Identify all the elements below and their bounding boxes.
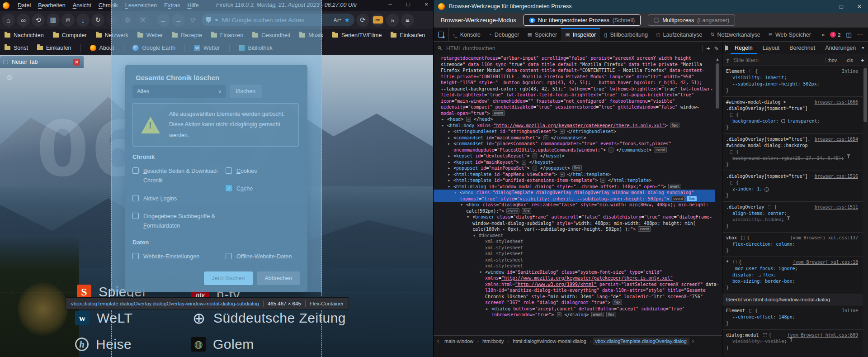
tab-inspektor[interactable]: ▣Inspektor <box>561 28 600 41</box>
markup-line[interactable]: ▶<keyset id="devtoolsKeyset"> ⋯ </keyset… <box>434 153 715 159</box>
expand-arrow-icon[interactable]: ▼ <box>461 202 462 209</box>
css-declaration[interactable]: visibility: inherit; <box>726 75 859 81</box>
history-icon[interactable]: ↻ <box>91 14 104 27</box>
zip-addon-icon[interactable]: ZIP <box>371 14 384 27</box>
tab-web-speicher[interactable]: ⊟Web-Speicher <box>764 28 815 41</box>
scrollbar-thumb[interactable] <box>863 68 867 122</box>
markup-line[interactable]: ▶<popupset id="mainPopupSet"> ⋯ </popups… <box>434 165 715 171</box>
sidebar-tab-änderungen[interactable]: Änderungen <box>821 43 860 53</box>
scroll-up-icon[interactable]: ▲ <box>715 57 720 62</box>
markup-line[interactable]: ▼<window id="SanitizeDialog" class="syst… <box>434 269 715 276</box>
collapsed-arrow-icon[interactable]: ▶ <box>442 117 443 123</box>
eyedropper-icon[interactable]: ✐ <box>713 46 719 50</box>
home-icon[interactable]: ⌂ <box>2 14 15 27</box>
sidebar-icon[interactable]: ▥ <box>47 14 60 27</box>
breadcrumb-item[interactable]: html:body <box>480 338 507 345</box>
sidebar-tab-regeln[interactable]: Regeln <box>731 43 757 53</box>
css-declaration[interactable]: visibility: visible; <box>726 338 859 345</box>
markup-line[interactable]: ▶<commandset id="mainCommandSet"> ⋯ </co… <box>434 135 715 141</box>
breadcrumb-item[interactable]: html:dialog#window-modal-dialog <box>510 338 589 345</box>
collapsed-arrow-icon[interactable]: ▶ <box>448 135 450 142</box>
bookmark-einkaufen[interactable]: Einkaufen <box>37 45 71 51</box>
stylesheet-link[interactable]: browser.css:1516 <box>815 173 858 180</box>
css-declaration[interactable]: z-index: 1;i <box>726 186 859 192</box>
expand-arrow-icon[interactable]: ▼ <box>480 270 481 276</box>
highlighter-toggle-icon[interactable] <box>750 70 753 73</box>
private-mask-icon[interactable]: ∞ <box>17 14 30 27</box>
markup-line[interactable]: ▶<html:template id="appMenu-viewCache"> … <box>434 171 715 178</box>
markup-line[interactable]: field-brighttext="true" lwt-toolbar-fiel… <box>434 92 715 98</box>
markup-line[interactable]: title-private="CONTENTTITLE - Mozilla Fi… <box>434 74 715 80</box>
stylesheet-link[interactable]: (vom Browser) xul.css:137 <box>790 235 858 241</box>
highlighter-toggle-icon[interactable] <box>750 309 753 313</box>
sidebar-dropdown-icon[interactable]: ▾ <box>862 45 866 50</box>
breadcrumb-item[interactable]: vbox.dialogTemplate.dialogOverlay.dialog <box>593 338 689 345</box>
error-count-badge[interactable]: !2 <box>830 32 840 38</box>
css-declaration[interactable]: visibility: hidden; <box>726 217 859 223</box>
split-console-icon[interactable]: ◫ <box>846 31 851 38</box>
breadcrumb-back-icon[interactable]: ‹ <box>435 338 441 344</box>
expand-arrow-icon[interactable]: ▼ <box>448 184 450 190</box>
rules-scrollbar[interactable] <box>863 66 868 357</box>
highlighter-toggle-icon[interactable] <box>731 150 734 154</box>
download-icon[interactable]: ↓ <box>76 14 90 27</box>
markup-line[interactable]: xml-stylesheet <box>434 257 715 263</box>
css-declaration[interactable]: --chrome-offset: 148px; <box>726 314 859 320</box>
stylesheet-link[interactable]: browser.css:1511 <box>815 204 858 210</box>
tab-stilbearbeitung[interactable]: {}Stilbearbeitung <box>600 28 652 41</box>
filter-funnel-icon[interactable] <box>789 338 793 345</box>
hover-pseudo-toggle[interactable]: :hov <box>825 57 840 63</box>
collapsed-arrow-icon[interactable]: ▶ <box>448 153 450 160</box>
flex-toggle-icon[interactable] <box>757 273 761 277</box>
add-rule-button[interactable]: + <box>859 57 864 64</box>
markup-line[interactable]: height="1159" style="--button-bgcolor: r… <box>434 80 715 86</box>
menu-bearbeiten[interactable]: Bearbeiten <box>34 1 69 10</box>
translate-icon[interactable]: A⇄ <box>334 17 341 23</box>
css-declaration[interactable]: box-sizing: border-box; <box>726 278 859 285</box>
markup-line[interactable]: ▶<html:template id="unified-extensions-i… <box>434 177 715 184</box>
collapsed-arrow-icon[interactable]: ▶ <box>448 166 450 172</box>
markup-line[interactable]: xml-stylesheet <box>434 245 715 251</box>
shortcut-s-ddeutsche-zeitung[interactable]: ⊕Süddeutsche Zeitung <box>192 310 346 326</box>
markup-scrollbar[interactable]: ▲ <box>715 57 720 346</box>
sidebar-toggle-icon[interactable] <box>725 45 726 51</box>
markup-line[interactable]: screenY="367" role="dialog" dialogroot="… <box>434 300 715 306</box>
bookmark-sonst[interactable]: Sonst <box>5 45 28 51</box>
markup-line[interactable]: ▼<html:body xmlns="http://www.mozilla.or… <box>434 123 715 129</box>
overflow-chevron-icon[interactable]: » <box>386 14 399 27</box>
sidebar-tab-berechnet[interactable]: Berechnet <box>785 43 819 53</box>
stylesheet-link[interactable]: (vom Browser) html.css:809 <box>787 332 858 338</box>
element-picker-button[interactable] <box>434 28 449 41</box>
bookmark-einkaufen[interactable]: Einkaufen <box>391 32 425 38</box>
add-node-button[interactable]: + <box>706 44 710 52</box>
maximize-button[interactable]: □ <box>837 3 845 10</box>
tab-netzwerkanalyse[interactable]: ⇅Netzwerkanalyse <box>706 28 764 41</box>
event-badge[interactable]: event <box>672 196 685 201</box>
markup-line[interactable]: modal-open="true">event <box>434 110 715 117</box>
markup-line[interactable]: ▼<browser class="dialogFrame" autoscroll… <box>434 214 715 220</box>
filter-funnel-icon[interactable] <box>847 155 850 162</box>
event-badge[interactable]: event <box>668 184 681 189</box>
bookmark-serien-tv-filme[interactable]: Serien/TV/Filme <box>332 32 382 38</box>
collapsed-arrow-icon[interactable]: ▶ <box>448 160 450 166</box>
filter-funnel-icon[interactable] <box>787 217 790 223</box>
markup-line[interactable]: ▼#document <box>434 233 715 239</box>
close-button[interactable]: × <box>422 1 430 8</box>
collapsed-arrow-icon[interactable]: ▶ <box>448 129 450 135</box>
flex-badge[interactable]: flex <box>687 196 696 201</box>
event-badge[interactable]: event <box>654 147 667 152</box>
event-badge[interactable]: event <box>492 110 505 116</box>
markup-line[interactable]: --tabpanel-background-color: rgb(43, 42,… <box>434 86 715 92</box>
stylesheet-link[interactable]: browser.css:1654 <box>815 136 858 143</box>
css-declaration[interactable]: flex-direction: column; <box>726 241 859 248</box>
markup-line[interactable]: retargetdocumentfocus="urlbar-input" scr… <box>434 55 715 62</box>
markup-line[interactable]: window-modal-dialog-subdialog" style="wi… <box>434 220 715 227</box>
breadcrumb-forward-icon[interactable]: › <box>690 338 696 344</box>
bookmark-nachrichten[interactable]: Nachrichten <box>5 32 44 38</box>
sidebar-tab-layout[interactable]: Layout <box>759 43 784 53</box>
refresh-icon[interactable]: ⟳ <box>356 14 369 27</box>
highlighter-toggle-icon[interactable] <box>731 181 734 185</box>
breadcrumb-item[interactable]: main-window <box>442 338 476 345</box>
minimize-button[interactable]: – <box>386 1 394 8</box>
tab-konsole[interactable]: ›_Konsole <box>449 28 485 41</box>
